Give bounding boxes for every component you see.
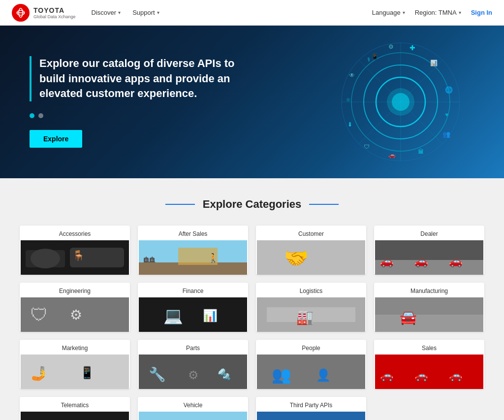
category-card-people[interactable]: People👥👤 xyxy=(256,340,366,389)
category-title-engineering: Engineering xyxy=(20,283,130,297)
svg-text:📊: 📊 xyxy=(203,308,218,323)
hero-dots xyxy=(30,113,236,118)
nav-links: Discover ▾ Support ▾ xyxy=(92,9,372,16)
category-card-after-sales[interactable]: After Sales🏘🚶 xyxy=(138,226,248,275)
category-card-dealer[interactable]: Dealer🚗🚗🚗 xyxy=(374,226,484,275)
svg-text:🛡: 🛡 xyxy=(31,305,48,325)
category-card-third-party[interactable]: Third Party APIs👥🌐 xyxy=(256,397,366,420)
hero-section: Explore our catalog of diverse APIs to b… xyxy=(0,26,504,178)
hero-dot-1[interactable] xyxy=(30,113,34,118)
svg-line-29 xyxy=(359,102,401,144)
hero-content: Explore our catalog of diverse APIs to b… xyxy=(30,56,236,148)
category-image-engineering: 🛡⚙ xyxy=(20,297,130,332)
category-image-accessories: 🪑 xyxy=(20,240,130,275)
svg-rect-42 xyxy=(257,240,365,275)
svg-text:🔩: 🔩 xyxy=(218,368,231,381)
svg-text:⚙: ⚙ xyxy=(388,43,394,50)
toyota-logo-badge xyxy=(12,4,30,22)
svg-text:🚗: 🚗 xyxy=(414,369,428,382)
svg-text:🚶: 🚶 xyxy=(208,253,219,263)
svg-text:✚: ✚ xyxy=(410,44,415,52)
nav-support[interactable]: Support ▾ xyxy=(132,9,159,16)
hero-cta-button[interactable]: Explore xyxy=(30,130,82,148)
category-title-telematics: Telematics xyxy=(20,397,130,412)
category-title-finance: Finance xyxy=(138,283,248,297)
svg-text:👤: 👤 xyxy=(316,368,331,382)
category-card-marketing[interactable]: Marketing🤳📱 xyxy=(20,340,130,389)
category-title-dealer: Dealer xyxy=(374,226,484,240)
category-card-manufacturing[interactable]: Manufacturing🚘 xyxy=(374,283,484,332)
category-image-third-party: 👥🌐 xyxy=(256,412,366,420)
navbar: TOYOTA Global Data Xchange Discover ▾ Su… xyxy=(0,0,504,26)
svg-line-28 xyxy=(401,60,442,102)
svg-text:🪑: 🪑 xyxy=(72,250,85,261)
sign-in-button[interactable]: Sign In xyxy=(471,9,492,16)
svg-text:🛡: 🛡 xyxy=(364,143,370,150)
category-card-customer[interactable]: Customer🤝 xyxy=(256,226,366,275)
category-title-parts: Parts xyxy=(138,340,248,355)
svg-line-30 xyxy=(401,102,442,144)
logo-title: TOYOTA xyxy=(33,6,76,14)
chevron-down-icon: ▾ xyxy=(403,10,405,15)
svg-text:🚗: 🚗 xyxy=(449,369,463,382)
category-image-dealer: 🚗🚗🚗 xyxy=(374,240,484,275)
category-image-parts: 🔧⚙🔩 xyxy=(138,355,248,389)
category-card-sales[interactable]: Sales🚗🚗🚗 xyxy=(374,340,484,389)
category-title-accessories: Accessories xyxy=(20,226,130,240)
hero-heading: Explore our catalog of diverse APIs to b… xyxy=(30,56,236,101)
category-image-customer: 🤝 xyxy=(256,240,366,275)
category-image-people: 👥👤 xyxy=(256,355,366,389)
svg-text:📊: 📊 xyxy=(430,59,438,66)
chevron-down-icon: ▾ xyxy=(157,10,159,15)
svg-text:🏘: 🏘 xyxy=(144,252,156,265)
category-card-vehicle[interactable]: Vehicle🚙 xyxy=(138,397,248,420)
category-title-logistics: Logistics xyxy=(256,283,366,297)
svg-rect-75 xyxy=(21,412,129,420)
logo[interactable]: TOYOTA Global Data Xchange xyxy=(12,4,76,22)
language-selector[interactable]: Language ▾ xyxy=(372,9,405,16)
svg-text:♥: ♥ xyxy=(445,111,448,118)
svg-text:🚗: 🚗 xyxy=(414,255,428,268)
category-card-logistics[interactable]: Logistics🏭 xyxy=(256,283,366,332)
logo-text: TOYOTA Global Data Xchange xyxy=(33,6,76,19)
category-title-customer: Customer xyxy=(256,226,366,240)
nav-right: Language ▾ Region: TMNA ▾ Sign In xyxy=(372,9,492,16)
categories-grid: Accessories🪑After Sales🏘🚶Customer🤝Dealer… xyxy=(20,226,484,420)
category-image-sales: 🚗🚗🚗 xyxy=(374,355,484,389)
category-card-telematics[interactable]: Telematics🗺🚗 xyxy=(20,397,130,420)
category-card-finance[interactable]: Finance💻📊 xyxy=(138,283,248,332)
svg-text:🔧: 🔧 xyxy=(149,366,166,383)
nav-discover[interactable]: Discover ▾ xyxy=(92,9,121,16)
hero-dot-2[interactable] xyxy=(38,113,43,118)
svg-text:🚗: 🚗 xyxy=(380,255,394,268)
svg-text:🚗: 🚗 xyxy=(449,255,463,268)
svg-text:⚙: ⚙ xyxy=(188,368,199,382)
category-title-manufacturing: Manufacturing xyxy=(374,283,484,297)
chevron-down-icon: ▾ xyxy=(118,10,121,15)
category-card-parts[interactable]: Parts🔧⚙🔩 xyxy=(138,340,248,389)
svg-text:🏭: 🏭 xyxy=(296,309,314,325)
svg-rect-81 xyxy=(257,412,365,420)
section-line-left xyxy=(165,204,195,205)
category-card-engineering[interactable]: Engineering🛡⚙ xyxy=(20,283,130,332)
svg-text:🚗: 🚗 xyxy=(380,369,394,382)
section-line-right xyxy=(309,204,339,205)
logo-subtitle: Global Data Xchange xyxy=(33,14,76,19)
svg-text:🤳: 🤳 xyxy=(31,365,48,382)
category-image-finance: 💻📊 xyxy=(138,297,248,332)
category-card-accessories[interactable]: Accessories🪑 xyxy=(20,226,130,275)
category-image-telematics: 🗺🚗 xyxy=(20,412,130,420)
category-title-people: People xyxy=(256,340,366,355)
svg-point-34 xyxy=(31,249,60,268)
svg-text:⚕: ⚕ xyxy=(367,56,371,63)
region-selector[interactable]: Region: TMNA ▾ xyxy=(415,9,461,16)
category-image-after-sales: 🏘🚶 xyxy=(138,240,248,275)
svg-text:📱: 📱 xyxy=(371,53,378,60)
svg-rect-78 xyxy=(139,412,247,420)
svg-text:⚛: ⚛ xyxy=(346,97,351,103)
category-title-marketing: Marketing xyxy=(20,340,130,355)
category-image-logistics: 🏭 xyxy=(256,297,366,332)
category-title-third-party: Third Party APIs xyxy=(256,397,366,412)
svg-text:⚙: ⚙ xyxy=(70,307,82,323)
svg-rect-52 xyxy=(139,297,247,332)
